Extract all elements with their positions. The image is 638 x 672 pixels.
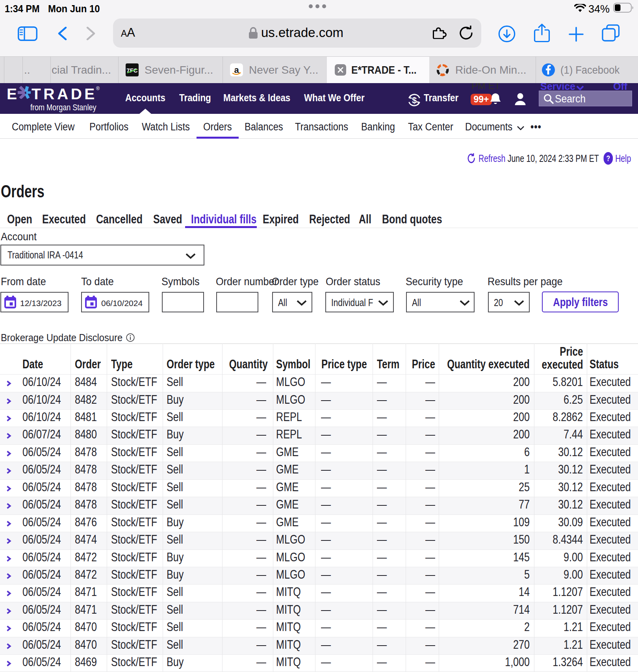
svg-text:?: ? — [606, 154, 610, 163]
svg-text:a: a — [234, 65, 239, 75]
svg-text:$: $ — [412, 95, 417, 105]
